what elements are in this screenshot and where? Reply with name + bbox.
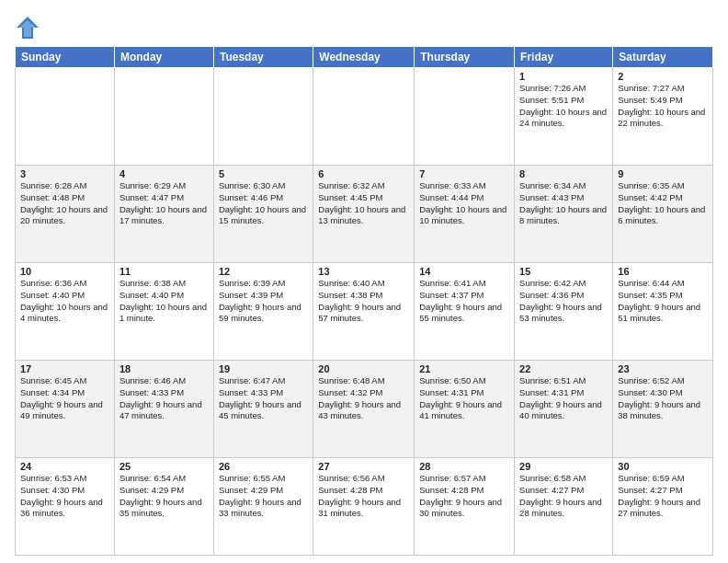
day-number: 1 (519, 71, 608, 82)
day-info: Sunrise: 6:34 AM Sunset: 4:43 PM Dayligh… (519, 180, 608, 227)
day-info: Sunrise: 6:50 AM Sunset: 4:31 PM Dayligh… (419, 375, 509, 422)
day-info: Sunrise: 6:53 AM Sunset: 4:30 PM Dayligh… (20, 473, 109, 520)
calendar-cell: 28Sunrise: 6:57 AM Sunset: 4:28 PM Dayli… (415, 458, 515, 556)
day-number: 21 (419, 363, 509, 374)
day-number: 16 (618, 266, 708, 277)
day-info: Sunrise: 6:29 AM Sunset: 4:47 PM Dayligh… (119, 180, 209, 227)
day-number: 8 (519, 168, 608, 179)
day-number: 25 (119, 461, 209, 472)
day-info: Sunrise: 6:47 AM Sunset: 4:33 PM Dayligh… (219, 375, 308, 422)
calendar-cell (114, 68, 213, 166)
day-info: Sunrise: 6:28 AM Sunset: 4:48 PM Dayligh… (20, 180, 109, 227)
calendar-week-1: 1Sunrise: 7:26 AM Sunset: 5:51 PM Daylig… (16, 68, 713, 166)
day-number: 9 (618, 168, 708, 179)
day-number: 26 (219, 461, 308, 472)
day-number: 4 (119, 168, 209, 179)
day-info: Sunrise: 6:33 AM Sunset: 4:44 PM Dayligh… (419, 180, 509, 227)
column-header-wednesday: Wednesday (313, 47, 415, 68)
day-info: Sunrise: 6:41 AM Sunset: 4:37 PM Dayligh… (419, 278, 509, 325)
day-info: Sunrise: 7:26 AM Sunset: 5:51 PM Dayligh… (519, 83, 608, 130)
day-number: 18 (119, 363, 209, 374)
column-header-tuesday: Tuesday (213, 47, 313, 68)
day-number: 14 (419, 266, 509, 277)
day-info: Sunrise: 6:56 AM Sunset: 4:28 PM Dayligh… (318, 473, 409, 520)
calendar-cell: 5Sunrise: 6:30 AM Sunset: 4:46 PM Daylig… (213, 166, 313, 263)
day-number: 6 (318, 168, 409, 179)
day-info: Sunrise: 6:35 AM Sunset: 4:42 PM Dayligh… (618, 180, 708, 227)
calendar-cell (313, 68, 415, 166)
calendar-week-5: 24Sunrise: 6:53 AM Sunset: 4:30 PM Dayli… (16, 458, 713, 556)
day-number: 3 (20, 168, 109, 179)
calendar-cell: 13Sunrise: 6:40 AM Sunset: 4:38 PM Dayli… (313, 263, 415, 361)
day-info: Sunrise: 6:54 AM Sunset: 4:29 PM Dayligh… (119, 473, 209, 520)
day-number: 13 (318, 266, 409, 277)
column-header-sunday: Sunday (16, 47, 115, 68)
calendar-cell: 27Sunrise: 6:56 AM Sunset: 4:28 PM Dayli… (313, 458, 415, 556)
column-header-thursday: Thursday (415, 47, 515, 68)
calendar-cell: 6Sunrise: 6:32 AM Sunset: 4:45 PM Daylig… (313, 166, 415, 263)
page: SundayMondayTuesdayWednesdayThursdayFrid… (0, 0, 728, 563)
day-number: 17 (20, 363, 109, 374)
calendar-cell: 14Sunrise: 6:41 AM Sunset: 4:37 PM Dayli… (415, 263, 515, 361)
calendar-cell: 23Sunrise: 6:52 AM Sunset: 4:30 PM Dayli… (613, 361, 713, 458)
calendar-cell: 26Sunrise: 6:55 AM Sunset: 4:29 PM Dayli… (213, 458, 313, 556)
day-number: 22 (519, 363, 608, 374)
column-header-monday: Monday (114, 47, 213, 68)
logo-icon (15, 15, 40, 40)
calendar-cell: 24Sunrise: 6:53 AM Sunset: 4:30 PM Dayli… (16, 458, 115, 556)
calendar-cell: 10Sunrise: 6:36 AM Sunset: 4:40 PM Dayli… (16, 263, 115, 361)
day-number: 30 (618, 461, 708, 472)
calendar-cell: 1Sunrise: 7:26 AM Sunset: 5:51 PM Daylig… (515, 68, 613, 166)
day-number: 28 (419, 461, 509, 472)
calendar-cell (213, 68, 313, 166)
calendar-table: SundayMondayTuesdayWednesdayThursdayFrid… (15, 46, 713, 556)
calendar-week-2: 3Sunrise: 6:28 AM Sunset: 4:48 PM Daylig… (16, 166, 713, 263)
day-info: Sunrise: 6:51 AM Sunset: 4:31 PM Dayligh… (519, 375, 608, 422)
day-number: 20 (318, 363, 409, 374)
day-info: Sunrise: 6:55 AM Sunset: 4:29 PM Dayligh… (219, 473, 308, 520)
day-info: Sunrise: 6:46 AM Sunset: 4:33 PM Dayligh… (119, 375, 209, 422)
calendar-cell: 30Sunrise: 6:59 AM Sunset: 4:27 PM Dayli… (613, 458, 713, 556)
day-number: 19 (219, 363, 308, 374)
calendar-cell: 17Sunrise: 6:45 AM Sunset: 4:34 PM Dayli… (16, 361, 115, 458)
day-info: Sunrise: 6:58 AM Sunset: 4:27 PM Dayligh… (519, 473, 608, 520)
column-header-friday: Friday (515, 47, 613, 68)
day-info: Sunrise: 6:38 AM Sunset: 4:40 PM Dayligh… (119, 278, 209, 325)
calendar-cell: 11Sunrise: 6:38 AM Sunset: 4:40 PM Dayli… (114, 263, 213, 361)
calendar-cell: 7Sunrise: 6:33 AM Sunset: 4:44 PM Daylig… (415, 166, 515, 263)
calendar-cell: 4Sunrise: 6:29 AM Sunset: 4:47 PM Daylig… (114, 166, 213, 263)
calendar-cell (415, 68, 515, 166)
calendar-cell (16, 68, 115, 166)
column-header-saturday: Saturday (613, 47, 713, 68)
day-info: Sunrise: 6:42 AM Sunset: 4:36 PM Dayligh… (519, 278, 608, 325)
calendar-cell: 3Sunrise: 6:28 AM Sunset: 4:48 PM Daylig… (16, 166, 115, 263)
calendar-week-3: 10Sunrise: 6:36 AM Sunset: 4:40 PM Dayli… (16, 263, 713, 361)
logo (15, 15, 44, 40)
day-number: 2 (618, 71, 708, 82)
calendar-cell: 22Sunrise: 6:51 AM Sunset: 4:31 PM Dayli… (515, 361, 613, 458)
calendar-cell: 25Sunrise: 6:54 AM Sunset: 4:29 PM Dayli… (114, 458, 213, 556)
calendar-header-row: SundayMondayTuesdayWednesdayThursdayFrid… (16, 47, 713, 68)
day-number: 24 (20, 461, 109, 472)
day-info: Sunrise: 6:40 AM Sunset: 4:38 PM Dayligh… (318, 278, 409, 325)
day-number: 29 (519, 461, 608, 472)
day-number: 10 (20, 266, 109, 277)
calendar-cell: 18Sunrise: 6:46 AM Sunset: 4:33 PM Dayli… (114, 361, 213, 458)
day-info: Sunrise: 6:59 AM Sunset: 4:27 PM Dayligh… (618, 473, 708, 520)
calendar-cell: 21Sunrise: 6:50 AM Sunset: 4:31 PM Dayli… (415, 361, 515, 458)
day-info: Sunrise: 6:52 AM Sunset: 4:30 PM Dayligh… (618, 375, 708, 422)
calendar-cell: 12Sunrise: 6:39 AM Sunset: 4:39 PM Dayli… (213, 263, 313, 361)
day-info: Sunrise: 6:44 AM Sunset: 4:35 PM Dayligh… (618, 278, 708, 325)
day-info: Sunrise: 6:39 AM Sunset: 4:39 PM Dayligh… (219, 278, 308, 325)
day-number: 11 (119, 266, 209, 277)
day-info: Sunrise: 6:48 AM Sunset: 4:32 PM Dayligh… (318, 375, 409, 422)
calendar-cell: 15Sunrise: 6:42 AM Sunset: 4:36 PM Dayli… (515, 263, 613, 361)
day-info: Sunrise: 6:30 AM Sunset: 4:46 PM Dayligh… (219, 180, 308, 227)
day-info: Sunrise: 6:45 AM Sunset: 4:34 PM Dayligh… (20, 375, 109, 422)
calendar-cell: 29Sunrise: 6:58 AM Sunset: 4:27 PM Dayli… (515, 458, 613, 556)
day-info: Sunrise: 6:36 AM Sunset: 4:40 PM Dayligh… (20, 278, 109, 325)
day-number: 15 (519, 266, 608, 277)
day-info: Sunrise: 7:27 AM Sunset: 5:49 PM Dayligh… (618, 83, 708, 130)
day-number: 7 (419, 168, 509, 179)
calendar-cell: 16Sunrise: 6:44 AM Sunset: 4:35 PM Dayli… (613, 263, 713, 361)
